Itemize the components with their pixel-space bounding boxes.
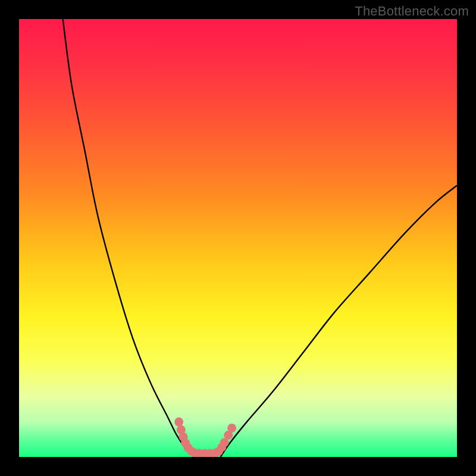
bottom-dots — [174, 418, 236, 457]
watermark-label: TheBottleneck.com — [355, 4, 469, 19]
right-curve — [221, 186, 457, 457]
dot-point — [227, 424, 236, 433]
dot-point — [174, 418, 183, 427]
curves-layer — [19, 19, 457, 457]
chart-outer-frame: TheBottleneck.com — [0, 0, 476, 476]
left-curve — [63, 19, 195, 457]
plot-area — [19, 19, 457, 457]
